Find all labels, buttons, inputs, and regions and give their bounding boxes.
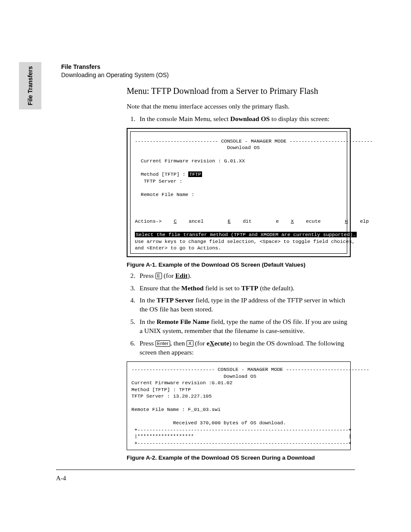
step-list-top: In the console Main Menu, select Downloa… bbox=[127, 115, 351, 124]
method-field-highlighted: TFTP bbox=[188, 171, 202, 177]
step-1: In the console Main Menu, select Downloa… bbox=[137, 115, 351, 124]
figure-a1-terminal: ---------------------------- CONSOLE - M… bbox=[127, 128, 351, 257]
step-5: In the Remote File Name field, type the … bbox=[137, 317, 351, 336]
content-area: Menu: TFTP Download from a Server to Pri… bbox=[127, 86, 351, 464]
keycap-x: X bbox=[187, 340, 193, 347]
footer-rule bbox=[56, 470, 355, 470]
runhead-subtitle: Downloading an Operating System (OS) bbox=[61, 71, 169, 79]
section-heading: Menu: TFTP Download from a Server to Pri… bbox=[127, 86, 351, 96]
step-list-rest: Press E (for Edit). Ensure that the Meth… bbox=[127, 271, 351, 357]
running-header: File Transfers Downloading an Operating … bbox=[61, 63, 169, 79]
keycap-e: E bbox=[156, 273, 162, 279]
side-tab: File Transfers bbox=[19, 62, 41, 109]
figure-a2-caption: Figure A-2. Example of the Download OS S… bbox=[127, 454, 351, 461]
intro-paragraph: Note that the menu interface accesses on… bbox=[127, 102, 351, 111]
step-6: Press Enter, then X (for eXecute) to beg… bbox=[137, 339, 351, 357]
terminal-content-1: ---------------------------- CONSOLE - M… bbox=[130, 131, 347, 254]
step-4: In the TFTP Server field, type in the IP… bbox=[137, 296, 351, 314]
page-number: A-4 bbox=[56, 475, 66, 482]
step-2: Press E (for Edit). bbox=[137, 271, 351, 280]
figure-a1-caption: Figure A-1. Example of the Download OS S… bbox=[127, 261, 351, 268]
figure-a2-terminal: ---------------------------- CONSOLE - M… bbox=[127, 361, 351, 450]
terminal-status-bar: Select the file transfer method (TFTP an… bbox=[135, 232, 357, 237]
step-3: Ensure that the Method field is set to T… bbox=[137, 284, 351, 293]
side-tab-label: File Transfers bbox=[27, 66, 34, 105]
terminal-content-2: ---------------------------- CONSOLE - M… bbox=[127, 362, 350, 450]
runhead-title: File Transfers bbox=[61, 63, 169, 71]
page: File Transfers File Transfers Downloadin… bbox=[0, 0, 411, 532]
keycap-enter: Enter bbox=[156, 340, 170, 347]
